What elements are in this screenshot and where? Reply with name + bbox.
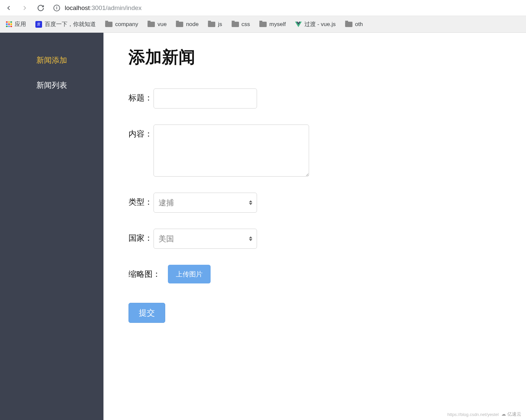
nav-back-button[interactable] [3, 2, 15, 14]
sidebar-item-news-list[interactable]: 新闻列表 [0, 73, 103, 98]
watermark-logo: ☁ 亿速云 [501, 411, 521, 417]
title-input[interactable] [154, 88, 257, 109]
page-title: 添加新闻 [128, 46, 501, 68]
content-area: 添加新闻 标题： 内容： 类型： 逮捕 国家： 美国 [103, 33, 526, 420]
folder-icon [259, 22, 267, 27]
form-row-content: 内容： [128, 125, 501, 177]
form-row-thumbnail: 缩略图： 上传图片 [128, 265, 501, 283]
folder-icon [176, 22, 183, 27]
title-label: 标题： [128, 88, 154, 103]
site-info-icon[interactable]: i [53, 5, 60, 11]
country-select[interactable]: 美国 [154, 229, 257, 249]
nav-forward-button[interactable] [19, 2, 31, 14]
bookmark-apps[interactable]: 应用 [6, 20, 26, 28]
bookmark-baidu[interactable]: 度 百度一下，你就知道 [35, 20, 96, 28]
type-select[interactable]: 逮捕 [154, 193, 257, 213]
upload-image-button[interactable]: 上传图片 [168, 265, 211, 283]
content-textarea[interactable] [154, 125, 309, 177]
type-label: 类型： [128, 193, 154, 207]
baidu-icon: 度 [35, 21, 42, 28]
sidebar: 新闻添加 新闻列表 [0, 33, 103, 420]
apps-icon [6, 21, 12, 27]
url-path: :3001/admin/index [90, 4, 142, 12]
bookmark-other[interactable]: oth [345, 21, 363, 28]
submit-button[interactable]: 提交 [128, 303, 165, 323]
thumbnail-label: 缩略图： [128, 269, 161, 279]
bookmark-css[interactable]: css [232, 21, 250, 28]
folder-icon [148, 22, 155, 27]
form-row-type: 类型： 逮捕 [128, 193, 501, 213]
bookmark-company[interactable]: company [105, 21, 138, 28]
form-row-country: 国家： 美国 [128, 229, 501, 249]
folder-icon [232, 22, 239, 27]
folder-icon [208, 22, 215, 27]
form-row-title: 标题： [128, 88, 501, 109]
nav-reload-button[interactable] [35, 2, 47, 14]
url-bar[interactable]: i localhost:3001/admin/index [51, 4, 523, 12]
bookmarks-bar: 应用 度 百度一下，你就知道 company vue node js css m… [0, 16, 526, 33]
bookmark-myself[interactable]: myself [259, 21, 286, 28]
main-layout: 新闻添加 新闻列表 添加新闻 标题： 内容： 类型： 逮捕 [0, 33, 526, 420]
watermark: https://blog.csdn.net/yestel ☁ 亿速云 [447, 411, 521, 417]
url-host: localhost [65, 4, 90, 12]
bookmark-vuejs[interactable]: 过渡 - vue.js [295, 20, 336, 28]
sidebar-item-news-add[interactable]: 新闻添加 [0, 48, 103, 73]
bookmark-node[interactable]: node [176, 21, 199, 28]
folder-icon [105, 22, 112, 27]
vue-logo-icon [295, 21, 302, 27]
bookmark-vue[interactable]: vue [148, 21, 167, 28]
folder-icon [345, 22, 352, 27]
browser-toolbar: i localhost:3001/admin/index [0, 0, 526, 16]
bookmark-js[interactable]: js [208, 21, 222, 28]
country-label: 国家： [128, 229, 154, 243]
content-label: 内容： [128, 125, 154, 139]
